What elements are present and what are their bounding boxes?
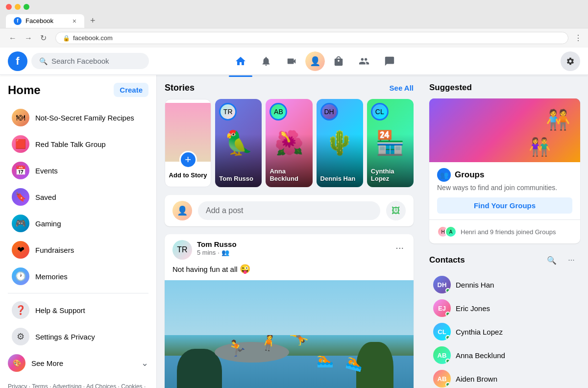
post-author-avatar[interactable]: TR <box>172 240 192 260</box>
stories-see-all-button[interactable]: See All <box>390 84 414 92</box>
browser-menu-button[interactable]: ⋮ <box>574 33 582 43</box>
online-indicator-dennis <box>445 288 450 293</box>
groups-banner: 🧑‍🤝‍🧑 👫 <box>429 98 580 162</box>
post-author-name[interactable]: Tom Russo <box>197 240 389 248</box>
sidebar-label-saved: Saved <box>35 193 56 201</box>
nav-video-button[interactable] <box>280 49 303 73</box>
advertising-link[interactable]: Advertising <box>52 383 81 388</box>
browser-tab[interactable]: f Facebook × <box>6 14 84 28</box>
saved-icon: 🔖 <box>12 188 29 206</box>
nav-home-button[interactable] <box>229 49 252 73</box>
sidebar-item-see-more[interactable]: 🎨 See More ⌄ <box>0 350 156 376</box>
contact-name-cynthia: Cynthia Lopez <box>456 328 503 336</box>
contact-item-eric[interactable]: EJ Eric Jones <box>429 296 580 320</box>
post-text-content: Not having fun at all <box>172 265 238 273</box>
sidebar-item-recipes[interactable]: 🍽 Not-So-Secret Family Recipes <box>4 105 152 130</box>
nav-notifications-button[interactable] <box>254 49 278 73</box>
contact-item-anna[interactable]: AB Anna Becklund <box>429 343 580 367</box>
terms-link[interactable]: Terms <box>32 383 48 388</box>
browser-tabs: f Facebook × + <box>6 14 582 28</box>
search-bar[interactable]: 🔍 Search Facebook <box>31 53 149 69</box>
nav-groups-button[interactable] <box>352 49 376 73</box>
sidebar-item-red-table[interactable]: 🟥 Red Table Talk Group <box>4 131 152 157</box>
contact-name-eric: Eric Jones <box>456 304 490 313</box>
add-story-image: + <box>165 103 211 162</box>
sidebar-footer: Privacy · Terms · Advertising · Ad Choic… <box>0 376 156 388</box>
sidebar-label-settings: Settings & Privacy <box>35 333 95 341</box>
composer-top: 👤 Add a post 🖼 <box>172 201 406 220</box>
red-table-icon: 🟥 <box>12 135 29 153</box>
forward-button[interactable]: → <box>22 31 35 45</box>
story-avatar-cynthia: CL <box>371 103 389 121</box>
sidebar-item-settings[interactable]: ⚙ Settings & Privacy <box>4 324 152 349</box>
privacy-link[interactable]: Privacy <box>8 383 27 388</box>
sidebar-header: Home Create <box>0 79 156 101</box>
back-button[interactable]: ← <box>6 31 20 45</box>
post-input[interactable]: Add a post <box>198 201 380 220</box>
story-avatar-dennis: DH <box>320 103 338 121</box>
story-card-tom[interactable]: TR 🦜 Tom Russo <box>215 99 262 187</box>
nav-user-avatar-button[interactable]: 👤 <box>305 51 325 71</box>
contact-avatar-eric: EJ <box>433 299 451 317</box>
minimize-button[interactable] <box>15 4 21 10</box>
contact-item-cynthia[interactable]: CL Cynthia Lopez <box>429 320 580 343</box>
chevron-down-icon: ⌄ <box>141 358 148 368</box>
story-name-cynthia: Cynthia Lopez <box>371 168 410 182</box>
sidebar-item-events[interactable]: 📅 Events <box>4 158 152 183</box>
address-bar[interactable]: 🔒 facebook.com <box>55 32 568 44</box>
settings-button[interactable] <box>561 51 580 71</box>
add-photo-button[interactable]: 🖼 <box>386 201 406 220</box>
contacts-actions: 🔍 ··· <box>543 251 580 269</box>
lake-trees-left <box>177 349 221 388</box>
settings-icon: ⚙ <box>12 328 29 345</box>
story-name-anna: Anna Becklund <box>270 168 308 182</box>
nav-icon-group: 👤 <box>229 49 401 73</box>
nav-marketplace-button[interactable] <box>327 49 350 73</box>
joined-avatar-2: A <box>445 226 457 238</box>
contacts-more-button[interactable]: ··· <box>563 251 580 269</box>
groups-icon: 👥 <box>437 168 451 182</box>
top-nav: f 🔍 Search Facebook 👤 <box>0 48 588 75</box>
tab-close-button[interactable]: × <box>73 17 76 25</box>
find-groups-button[interactable]: Find Your Groups <box>437 197 572 214</box>
sidebar-item-gaming[interactable]: 🎮 Gaming <box>4 211 152 236</box>
groups-joined-avatars: H A <box>437 226 457 238</box>
refresh-button[interactable]: ↻ <box>37 31 49 45</box>
story-avatar-tom: TR <box>219 103 237 121</box>
create-button[interactable]: Create <box>114 83 148 97</box>
sidebar-item-help[interactable]: ❓ Help & Support <box>4 297 152 323</box>
story-card-cynthia[interactable]: CL 🏪 Cynthia Lopez <box>367 99 414 187</box>
sidebar-label-red-table: Red Table Talk Group <box>35 140 106 148</box>
sidebar-item-saved[interactable]: 🔖 Saved <box>4 184 152 210</box>
right-sidebar: Suggested 🧑‍🤝‍🧑 👫 👥 Groups New ways t <box>421 75 588 388</box>
nav-messenger-button[interactable] <box>378 49 401 73</box>
post-more-button[interactable]: ··· <box>393 240 406 255</box>
maximize-button[interactable] <box>24 4 29 10</box>
main-content: Home Create 🍽 Not-So-Secret Family Recip… <box>0 75 588 388</box>
groups-name: Groups <box>455 170 484 180</box>
facebook-logo[interactable]: f <box>8 51 27 71</box>
sidebar-item-fundraisers[interactable]: ❤ Fundraisers <box>4 237 152 263</box>
contact-item-dennis[interactable]: DH Dennis Han <box>429 273 580 296</box>
add-story-card[interactable]: + Add to Story <box>165 99 211 187</box>
contacts-search-button[interactable]: 🔍 <box>543 251 561 269</box>
composer-user-avatar: 👤 <box>172 201 192 220</box>
new-tab-button[interactable]: + <box>86 14 99 28</box>
stories-grid: + Add to Story TR 🦜 Tom Russo AB <box>165 99 414 187</box>
sidebar-item-memories[interactable]: 🕐 Memories <box>4 264 152 289</box>
contact-item-aiden[interactable]: AB Aiden Brown <box>429 367 580 388</box>
search-input[interactable]: Search Facebook <box>51 57 109 65</box>
nav-right-actions <box>561 51 580 71</box>
close-button[interactable] <box>6 4 12 10</box>
groups-joined-text: Henri and 9 friends joined Groups <box>461 228 556 236</box>
ad-choices-link[interactable]: Ad Choices <box>86 383 116 388</box>
fundraisers-icon: ❤ <box>12 241 29 259</box>
traffic-lights <box>6 4 582 10</box>
lock-icon: 🔒 <box>63 35 70 42</box>
story-card-dennis[interactable]: DH 🌵 Dennis Han <box>317 99 363 187</box>
cookies-link[interactable]: Cookies <box>121 383 142 388</box>
tab-title: Facebook <box>25 17 53 24</box>
post-meta: Tom Russo 5 mins · 👥 <box>197 240 389 256</box>
left-sidebar: Home Create 🍽 Not-So-Secret Family Recip… <box>0 75 157 388</box>
story-card-anna[interactable]: AB 🌺 Anna Becklund <box>266 99 312 187</box>
